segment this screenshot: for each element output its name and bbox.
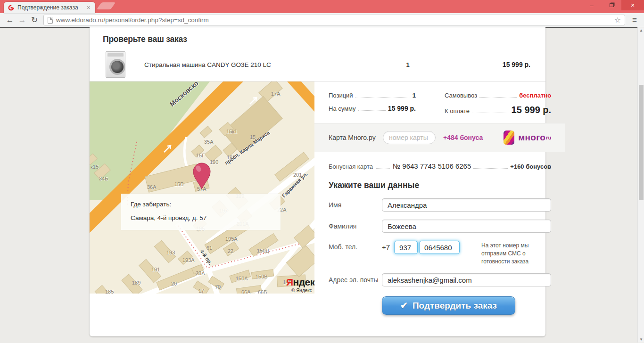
email-label: Адрес эл. почты (329, 276, 382, 284)
forward-button[interactable]: → (16, 16, 28, 25)
mnogo-card-row: Карта Много.ру +484 бонуса многоru (314, 123, 565, 152)
scroll-down-icon[interactable]: ▼ (638, 336, 644, 343)
pickup-tooltip: Где забирать: Самара, 4-й проезд, д. 57 (121, 194, 281, 230)
browser-tab[interactable]: Подтверждение заказа × (4, 2, 95, 13)
maximize-icon (610, 3, 614, 7)
check-icon: ✔ (400, 301, 408, 310)
order-panel: Позиций 1 На сумму 15 999 р. Самовывоз (314, 82, 565, 315)
order-summary: Позиций 1 На сумму 15 999 р. Самовывоз (329, 82, 551, 123)
surname-row: Фамилия (329, 220, 551, 233)
scroll-up-icon[interactable]: ▲ (638, 27, 644, 33)
scrollbar-thumb[interactable] (639, 85, 644, 200)
address-bar[interactable]: www.eldorado.ru/personal/order.php?step=… (43, 15, 625, 25)
product-name: Стиральная машина CANDY GO3E 210 LC (144, 61, 394, 68)
name-row: Имя (329, 198, 551, 212)
summary-pickup-label: Самовывоз (445, 92, 477, 99)
surname-label: Фамилия (329, 222, 382, 230)
product-row: Стиральная машина CANDY GO3E 210 LC 1 15… (103, 50, 530, 81)
tab-close-icon[interactable]: × (86, 4, 91, 11)
close-window-button[interactable]: × (621, 0, 644, 10)
summary-total-label: На сумму (329, 105, 356, 112)
bonus-card-number: № 9643 7743 5106 6265 (393, 162, 471, 170)
product-price: 15 999 р. (422, 61, 530, 68)
summary-pickup-value: бесплатно (519, 92, 551, 99)
new-tab-button[interactable] (97, 2, 116, 9)
form-title: Укажите ваши данные (329, 180, 551, 190)
chrome-menu-icon[interactable]: ≡ (629, 16, 640, 25)
pickup-tooltip-title: Где забирать: (131, 201, 281, 208)
bookmark-star-icon[interactable]: ☆ (614, 16, 621, 24)
phone-code-input[interactable] (394, 241, 418, 254)
minimize-button[interactable]: – (582, 0, 602, 10)
mnogo-bonus-value: +484 бонуса (443, 134, 483, 141)
product-image-washing-machine (106, 51, 125, 78)
name-label: Имя (329, 201, 382, 209)
url-text[interactable]: www.eldorado.ru/personal/order.php?step=… (56, 16, 614, 24)
confirm-order-button[interactable]: ✔Подтвердить заказ (382, 296, 515, 315)
phone-row: Моб. тел. +7 На этот номер мы отправим С… (329, 241, 551, 265)
map-canvas (90, 82, 314, 294)
page-background: Проверьте ваш заказ Стиральная машина CA… (0, 27, 644, 343)
phone-sms-note: На этот номер мы отправим СМС о готовнос… (481, 241, 551, 265)
browser-titlebar: Подтверждение заказа × – × (0, 0, 644, 13)
phone-number-input[interactable] (419, 241, 460, 254)
page-icon (48, 17, 53, 24)
email-row: Адрес эл. почты (329, 273, 551, 286)
bonus-card-row: Бонусная карта № 9643 7743 5106 6265 +16… (329, 152, 551, 171)
order-card: Проверьте ваш заказ Стиральная машина CA… (90, 27, 545, 336)
mnogo-logo-icon (504, 131, 514, 145)
tab-title: Подтверждение заказа (17, 4, 86, 11)
bonus-card-label: Бонусная карта (329, 163, 373, 170)
name-input[interactable] (382, 198, 551, 212)
summary-items-value: 1 (413, 92, 416, 99)
yandex-copyright: © Яндекс (291, 288, 312, 293)
dotted-leader (472, 113, 509, 113)
product-quantity: 1 (394, 61, 422, 68)
phone-label: Моб. тел. (329, 241, 382, 251)
summary-payable-value: 15 999 р. (512, 105, 552, 115)
yandex-logo[interactable]: Яндекс (286, 277, 314, 288)
summary-payable-label: К оплате (445, 107, 470, 114)
dotted-leader (355, 97, 410, 98)
surname-input[interactable] (382, 220, 551, 233)
yandex-map[interactable]: 17А15к11535А15Г190192к1534Б36А15Б57А2011… (90, 82, 314, 294)
dotted-leader (358, 110, 386, 111)
mnogo-card-label: Карта Много.ру (329, 134, 383, 141)
refresh-button[interactable]: ↻ (28, 15, 41, 25)
mnogo-card-input[interactable] (383, 131, 436, 144)
page-title: Проверьте ваш заказ (103, 34, 530, 44)
summary-total-value: 15 999 р. (388, 105, 416, 112)
dotted-leader (479, 97, 517, 98)
pickup-address: Самара, 4-й проезд, д. 57 (131, 214, 281, 221)
back-button[interactable]: ← (4, 16, 16, 25)
mnogo-logo: многоru (504, 131, 551, 145)
dotted-leader (473, 168, 508, 169)
browser-toolbar: ← → ↻ www.eldorado.ru/personal/order.php… (0, 13, 644, 27)
summary-items-label: Позиций (329, 92, 353, 99)
phone-prefix: +7 (382, 241, 390, 251)
eldorado-favicon-icon (8, 4, 15, 11)
bonus-card-value: +160 бонусов (510, 163, 551, 170)
email-input[interactable] (382, 273, 551, 286)
maximize-button[interactable] (602, 0, 621, 10)
page-scrollbar[interactable]: ▲ ▼ (637, 27, 644, 343)
dotted-leader (376, 168, 390, 169)
